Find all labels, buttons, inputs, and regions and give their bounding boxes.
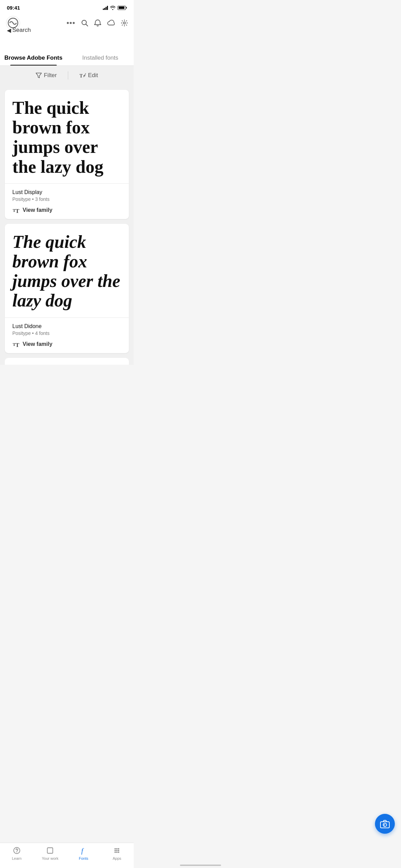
font-meta-lust-display: Positype • 3 fonts [12,196,121,202]
status-time: 09:41 [7,5,20,11]
signal-icon [103,6,108,10]
svg-marker-5 [36,73,41,78]
wifi-icon [110,6,116,10]
settings-icon[interactable] [121,19,128,27]
cloud-icon[interactable] [107,19,115,27]
font-name-lust-didone: Lust Didone [12,323,121,329]
tab-browse-adobe-fonts[interactable]: Browse Adobe Fonts [0,50,67,65]
status-bar: 09:41 [0,0,134,13]
font-card-lust-display[interactable]: The quick brown fox jumps over the lazy … [5,90,129,219]
preview-text-lust-didone: The quick brown fox jumps over the lazy … [12,232,121,311]
font-name-lust-display: Lust Display [12,189,121,195]
back-label: Search [12,27,31,34]
status-icons [103,6,127,10]
svg-text:T: T [15,342,20,348]
main-content: Filter T Edit The quick brown fox jumps … [0,66,134,396]
partial-card-hint [5,358,129,365]
bell-icon[interactable] [94,19,101,27]
view-family-icon: T T [12,207,20,214]
filter-button[interactable]: Filter [25,70,68,81]
tab-installed-fonts[interactable]: Installed fonts [67,50,134,65]
view-family-lust-didone[interactable]: T T View family [12,341,121,348]
tabs: Browse Adobe Fonts Installed fonts [0,50,134,66]
preview-text-lust-display: The quick brown fox jumps over the lazy … [12,98,121,177]
font-preview-lust-display: The quick brown fox jumps over the lazy … [5,90,129,184]
svg-point-4 [123,22,125,24]
search-icon[interactable] [81,19,88,27]
font-list: The quick brown fox jumps over the lazy … [0,85,134,365]
back-arrow-icon: ◀ [7,27,11,34]
view-family-lust-display[interactable]: T T View family [12,207,121,214]
back-nav[interactable]: ◀ Search [7,27,31,34]
font-preview-lust-didone: The quick brown fox jumps over the lazy … [5,224,129,318]
svg-line-7 [84,73,86,77]
font-info-lust-didone: Lust Didone Positype • 4 fonts T T View … [5,318,129,353]
more-icon[interactable]: ••• [66,19,75,27]
svg-text:T: T [15,208,20,214]
view-family-icon-2: T T [12,341,20,348]
svg-line-3 [86,24,88,26]
font-meta-lust-didone: Positype • 4 fonts [12,330,121,336]
font-info-lust-display: Lust Display Positype • 3 fonts T T View… [5,184,129,219]
nav-right: ••• [66,19,128,27]
svg-text:T: T [80,73,83,79]
edit-button[interactable]: T Edit [68,70,109,81]
filter-icon [36,72,42,79]
filter-row: Filter T Edit [0,66,134,85]
font-card-lust-didone[interactable]: The quick brown fox jumps over the lazy … [5,224,129,353]
nav-bar: ◀ Search ••• [0,13,134,35]
battery-icon [118,6,127,10]
edit-font-icon: T [79,72,86,79]
